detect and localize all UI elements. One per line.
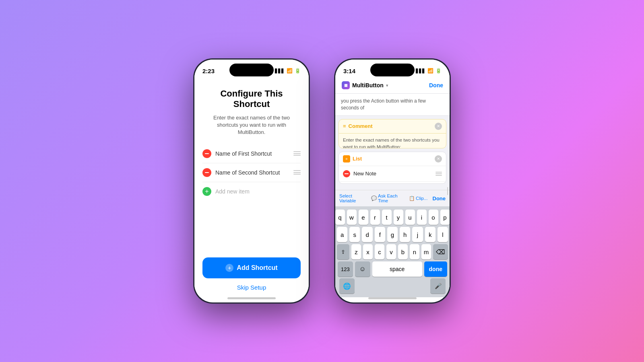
time-1: 2:23 <box>202 68 215 74</box>
key-x[interactable]: x <box>363 244 373 259</box>
list-item-2[interactable]: Name of Second Shortcut <box>202 163 301 182</box>
list-block: ≡ List ✕ New Note Run Sh <box>339 152 446 184</box>
list-item-1[interactable]: Name of First Shortcut <box>202 144 301 163</box>
select-variable-label: Select Variable <box>339 193 366 203</box>
add-new-item-row[interactable]: Add new item <box>202 182 301 201</box>
dynamic-island-1 <box>229 64 274 76</box>
key-n[interactable]: n <box>410 244 419 259</box>
key-b[interactable]: b <box>398 244 408 259</box>
kb-row-extras: 🌐 🎤 <box>337 277 448 294</box>
skip-setup-link[interactable]: Skip Setup <box>202 284 301 291</box>
key-delete[interactable]: ⌫ <box>433 244 448 259</box>
key-123[interactable]: 123 <box>338 261 353 277</box>
list-label-text: List <box>353 156 362 162</box>
ask-each-time-label: Ask Each Time <box>378 193 404 203</box>
comment-close-btn[interactable]: ✕ <box>435 123 442 130</box>
key-emoji[interactable]: ☺ <box>355 261 370 277</box>
clipboard-icon: 📋 <box>409 195 415 201</box>
signal-icon-2: ▋▋▋ <box>416 69 425 73</box>
key-done[interactable]: done <box>424 261 447 277</box>
speech-icon: 💬 <box>371 195 377 201</box>
key-y[interactable]: y <box>394 210 403 225</box>
preview-text: you press the Action button within a few… <box>335 94 450 116</box>
phone2-content: you press the Action button within a few… <box>335 94 450 297</box>
remove-icon-2[interactable] <box>202 168 211 177</box>
scroll-indicator <box>447 187 448 195</box>
ask-each-time-btn[interactable]: 💬 Ask Each Time <box>371 193 404 203</box>
key-i[interactable]: i <box>417 210 427 225</box>
clipboard-btn[interactable]: 📋 Clip... <box>409 195 427 201</box>
app-name: MultiButton <box>352 82 384 88</box>
config-title: Configure This Shortcut <box>202 88 301 109</box>
key-h[interactable]: h <box>400 227 410 242</box>
key-o[interactable]: o <box>429 210 438 225</box>
key-v[interactable]: v <box>386 244 396 259</box>
key-mic[interactable]: 🎤 <box>430 278 446 294</box>
drag-handle-new-note[interactable] <box>436 172 442 176</box>
comment-text: Comment <box>349 123 373 129</box>
phones-container: 2:23 🔊 ▋▋▋ 📶 🔋 Configure This Shortcut E… <box>193 58 451 304</box>
key-space[interactable]: space <box>372 261 422 277</box>
clipboard-label: Clip... <box>416 196 427 201</box>
key-a[interactable]: a <box>337 227 347 242</box>
key-u[interactable]: u <box>405 210 415 225</box>
signal-icon: ▋▋▋ <box>275 69 285 73</box>
wifi-icon-2: 📶 <box>427 68 433 74</box>
select-variable-btn[interactable]: Select Variable <box>339 193 366 203</box>
key-j[interactable]: j <box>412 227 423 242</box>
kb-row-2: a s d f g h j k l <box>337 227 448 242</box>
key-c[interactable]: c <box>375 244 384 259</box>
kb-row-1: q w e r t y u i o p <box>337 210 448 225</box>
key-m[interactable]: m <box>421 244 431 259</box>
key-l[interactable]: l <box>438 227 448 242</box>
status-icons-2: ▋▋▋ 📶 🔋 <box>416 68 442 74</box>
list-row-new-note[interactable]: New Note <box>339 166 446 182</box>
kb-row-3: ⇧ z x c v b n m ⌫ <box>337 244 448 259</box>
header-done-btn[interactable]: Done <box>429 82 443 88</box>
key-r[interactable]: r <box>370 210 380 225</box>
dynamic-island-2 <box>370 64 415 76</box>
drag-handle-1[interactable] <box>293 151 301 156</box>
comment-header: ≡ Comment ✕ <box>339 119 446 134</box>
list-item-text-2: Name of Second Shortcut <box>215 169 289 176</box>
remove-icon-1[interactable] <box>202 149 211 158</box>
add-shortcut-button[interactable]: + Add Shortcut <box>202 257 301 278</box>
add-icon[interactable] <box>202 187 211 196</box>
key-k[interactable]: k <box>425 227 436 242</box>
shortcuts-header: ▦ MultiButton ▾ Done <box>335 77 450 94</box>
key-t[interactable]: t <box>382 210 392 225</box>
home-indicator-2 <box>368 297 417 299</box>
remove-icon-new-note[interactable] <box>343 170 350 177</box>
home-indicator-1 <box>227 297 276 299</box>
kb-row-bottom: 123 ☺ space done <box>337 261 448 277</box>
list-close-btn[interactable]: ✕ <box>435 155 442 162</box>
key-shift[interactable]: ⇧ <box>337 244 349 259</box>
key-f[interactable]: f <box>375 227 385 242</box>
lines-icon: ≡ <box>343 123 346 129</box>
key-q[interactable]: q <box>335 210 345 225</box>
chevron-down-icon[interactable]: ▾ <box>386 83 388 88</box>
comment-block: ≡ Comment ✕ Enter the exact names of the… <box>339 119 446 148</box>
config-subtitle: Enter the exact names of the two shortcu… <box>202 114 301 136</box>
key-globe[interactable]: 🌐 <box>339 278 355 294</box>
key-w[interactable]: w <box>347 210 357 225</box>
list-row-run-shortcut[interactable]: Run Shortcut From Folder <box>339 182 446 184</box>
key-z[interactable]: z <box>351 244 361 259</box>
drag-handle-2[interactable] <box>293 170 301 175</box>
list-block-label: ≡ List <box>343 155 362 162</box>
multibutton-icon: ▦ <box>342 81 350 89</box>
var-toolbar: Select Variable 💬 Ask Each Time 📋 Clip..… <box>335 190 450 206</box>
key-d[interactable]: d <box>362 227 372 242</box>
key-p[interactable]: p <box>440 210 450 225</box>
phone-1: 2:23 🔊 ▋▋▋ 📶 🔋 Configure This Shortcut E… <box>193 58 310 304</box>
battery-icon-2: 🔋 <box>436 68 442 74</box>
plus-icon: + <box>225 264 233 272</box>
key-s[interactable]: s <box>349 227 360 242</box>
add-new-text: Add new item <box>215 188 301 195</box>
key-e[interactable]: e <box>359 210 368 225</box>
list-item-text-1: Name of First Shortcut <box>215 150 289 157</box>
phone1-content: Configure This Shortcut Enter the exact … <box>194 77 309 297</box>
key-g[interactable]: g <box>387 227 398 242</box>
var-done-btn[interactable]: Done <box>433 195 446 202</box>
new-note-text: New Note <box>353 171 432 177</box>
